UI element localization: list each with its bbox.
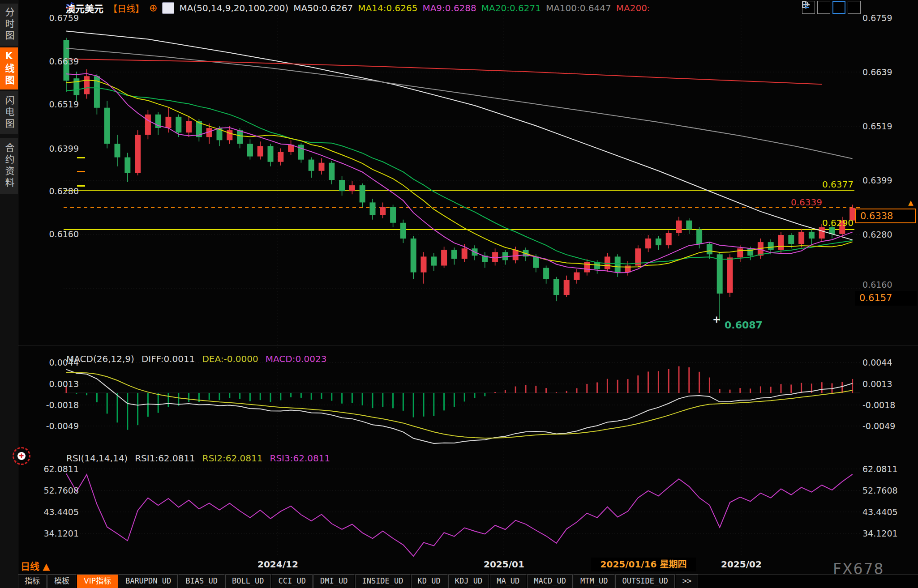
tab-barupdn-ud[interactable]: BARUPDN_UD (119, 575, 178, 588)
ma20-value: MA20:0.6271 (481, 3, 541, 13)
separator-rsi-bottom (18, 556, 918, 556)
x-axis-date: 2025/01 (484, 559, 524, 570)
tab-cci-ud[interactable]: CCI_UD (272, 575, 313, 588)
macd-diff-value: DIFF:0.0011 (142, 354, 195, 364)
exit-fullscreen-icon[interactable] (848, 1, 861, 14)
tab-macd-ud[interactable]: MACD_UD (527, 575, 573, 588)
axis-label: -0.0018 (862, 400, 916, 410)
tab-mtm-ud[interactable]: MTM_UD (574, 575, 614, 588)
rsi1-value: RSI1:62.0811 (135, 453, 195, 464)
macd-macd-value: MACD:0.0023 (266, 354, 327, 364)
axis-label: 43.4405 (862, 507, 916, 517)
chart-type-icon[interactable] (162, 2, 174, 14)
axis-play-icon[interactable] (832, 1, 845, 14)
resistance-price-label: 0.6377 (809, 179, 854, 190)
tab-vip指标[interactable]: VIP指标 (77, 575, 118, 588)
macd-dea-value: DEA:-0.0000 (202, 354, 258, 364)
tab-outside-ud[interactable]: OUTSIDE_UD (615, 575, 674, 588)
tab-指标[interactable]: 指标 (18, 575, 47, 588)
selected-date-label: 2025/01/16 星期四 (591, 558, 696, 571)
rsi-header: RSI(14,14,14) RSI1:62.0811 RSI2:62.0811 … (66, 453, 330, 464)
tab-kdj-ud[interactable]: KDJ_UD (448, 575, 489, 588)
alert-price-label: 0.6339 (791, 197, 822, 208)
axis-label: 0.6759 (26, 13, 79, 23)
alert-arrow-icon: ▲ (908, 200, 914, 206)
axis-label: 34.1201 (862, 528, 916, 539)
rsi-title: RSI(14,14,14) (66, 453, 128, 464)
ma-settings: MA(50,14,9,20,100,200) (179, 3, 288, 13)
tab-boll-ud[interactable]: BOLL_UD (225, 575, 271, 588)
chart-application: { "header": { "symbol": "澳元美元", "period_… (0, 0, 918, 588)
period-tag[interactable]: 【日线】 (108, 2, 144, 15)
ma200-value: MA200: (616, 3, 650, 13)
current-price-box: 0.6338 (855, 209, 916, 223)
indicator-marker-icon[interactable]: ✚ (13, 447, 30, 465)
axis-label: 62.0811 (26, 464, 79, 474)
period-selector[interactable]: 日线 ▲ (21, 559, 50, 572)
ma9-value: MA9:0.6288 (422, 3, 476, 13)
axis-label: 0.6639 (862, 67, 916, 77)
axis-label: 62.0811 (862, 464, 916, 474)
axis-label: 0.0013 (862, 379, 916, 389)
separator-main-macd (18, 345, 918, 345)
axis-label: 0.6519 (26, 99, 79, 110)
tab-ma-ud[interactable]: MA_UD (490, 575, 526, 588)
wick-low-label: 0.6087 (725, 320, 763, 331)
axis-label: 0.6160 (26, 229, 79, 239)
ma50-value: MA50:0.6267 (293, 3, 353, 13)
axis-label: 0.6160 (862, 279, 916, 290)
chart-toolbar-icons (802, 1, 861, 14)
tab--[interactable]: >> (676, 575, 698, 588)
axis-label: -0.0049 (862, 421, 916, 431)
axis-label: 0.6399 (26, 143, 79, 154)
axis-label: 0.6639 (26, 56, 79, 67)
rsi3-value: RSI3:62.0811 (270, 453, 330, 464)
indicator-tab-bar: 指标模板VIP指标BARUPDN_UDBIAS_UDBOLL_UDCCI_UDD… (18, 574, 918, 588)
axis-label: 43.4405 (26, 507, 79, 517)
macd-title: MACD(26,12,9) (66, 354, 134, 364)
x-axis-date: 2024/12 (257, 559, 298, 570)
axis-label: 0.0044 (862, 357, 916, 368)
chart-header: 澳元美元 【日线】 ⊕ MA(50,14,9,20,100,200) MA50:… (66, 2, 650, 14)
tab-模板[interactable]: 模板 (47, 575, 76, 588)
session-low-box: 0.6157 (855, 291, 917, 306)
axis-label: 52.7608 (26, 485, 79, 496)
axis-scale-icon[interactable] (817, 1, 830, 14)
add-circle-icon[interactable]: ⊕ (149, 3, 157, 13)
chart-canvas[interactable] (0, 0, 918, 588)
rsi2-value: RSI2:62.0811 (202, 453, 263, 464)
x-axis-date: 2025/02 (721, 559, 762, 570)
axis-label: 0.6519 (862, 121, 916, 132)
axis-label: -0.0018 (26, 400, 79, 410)
axis-label: 0.6280 (862, 229, 916, 240)
axis-label: -0.0049 (26, 421, 79, 431)
axis-label: 0.0013 (26, 379, 79, 389)
axis-label: 34.1201 (26, 528, 79, 539)
axis-label: 0.6759 (862, 13, 916, 23)
macd-header: MACD(26,12,9) DIFF:0.0011 DEA:-0.0000 MA… (66, 354, 326, 364)
axis-label: 52.7608 (862, 485, 916, 496)
tab-inside-ud[interactable]: INSIDE_UD (355, 575, 410, 588)
axis-label: 0.6399 (862, 175, 916, 186)
tab-dmi-ud[interactable]: DMI_UD (313, 575, 354, 588)
tab-kd-ud[interactable]: KD_UD (411, 575, 447, 588)
ma100-value: MA100:0.6447 (546, 3, 611, 13)
separator-macd-rsi (18, 449, 918, 449)
axis-label: 0.6280 (26, 186, 79, 196)
tab-bias-ud[interactable]: BIAS_UD (179, 575, 224, 588)
wick-low-cross-icon: + (712, 314, 721, 325)
ma14-value: MA14:0.6265 (358, 3, 417, 13)
support-price-label: 0.6290 (809, 217, 854, 228)
